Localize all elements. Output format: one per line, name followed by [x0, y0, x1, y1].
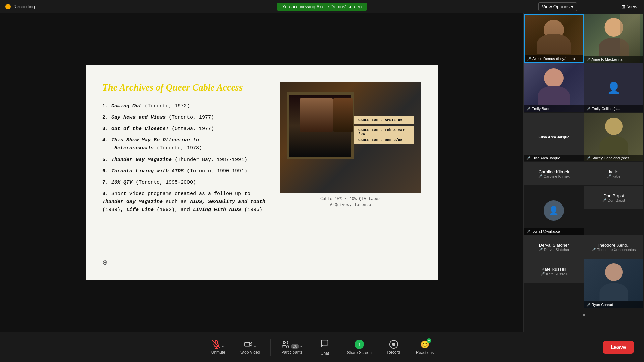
reactions-icon-group: 😊 +	[420, 340, 429, 349]
participant-name-axelle: 🎤 Axelle Demus (they/them)	[525, 55, 583, 62]
participant-tile-elisa[interactable]: Elisa Arca Jarque 🎤 Elisa Arca Jarque	[524, 113, 584, 161]
mute-icon: 🎤	[602, 198, 606, 202]
reactions-label: Reactions	[416, 350, 434, 355]
slide: The Archives of Queer Cable Access 1. Co…	[86, 65, 438, 280]
mute-icon: 🎤	[527, 57, 531, 61]
participant-tile-stacey[interactable]: 🎤 Stacey Copeland (she/...	[584, 113, 644, 161]
mute-icon: 🎤	[526, 156, 530, 160]
katie-subname: 🎤 katie	[607, 174, 620, 178]
mute-icon: 🎤	[586, 107, 590, 111]
slide-image: CABLE 10% - APRIL 96 CABLE 10% - Feb & M…	[280, 82, 421, 193]
view-button[interactable]: ⊞ View	[621, 4, 637, 9]
mute-icon: 🎤	[539, 248, 543, 251]
participants-button[interactable]: 28 ▲ Participants	[276, 337, 308, 357]
share-screen-button[interactable]: ↑ Share Screen	[341, 337, 377, 358]
participant-tile-theodore[interactable]: Theodore Xeno... 🎤 Theodore Xenophontos	[584, 235, 644, 259]
derval-subname: 🎤 Derval Slatcher	[539, 248, 569, 252]
participant-tile-emily-collins[interactable]: 👤 🎤 Emily Collins (s...	[584, 63, 644, 112]
svg-point-5	[283, 341, 286, 344]
participants-panel: 🎤 Axelle Demus (they/them) 🎤 Anne F. Mac…	[523, 13, 644, 332]
participant-tile-emily-barton[interactable]: 🎤 Emily Barton	[524, 63, 584, 112]
participant-tile-derval[interactable]: Derval Slatcher 🎤 Derval Slatcher	[524, 235, 584, 259]
list-item: 3. Out of the Closets! (Ottawa, 1977)	[102, 125, 270, 133]
list-item: 8. Short video programs created as a fol…	[102, 190, 270, 214]
participants-label: Participants	[281, 350, 303, 355]
leave-button[interactable]: Leave	[603, 341, 634, 354]
participant-tile-caroline[interactable]: Caroline Klimek 🎤 Caroline Klimek	[524, 162, 584, 185]
participant-tile-anne[interactable]: 🎤 Anne F. MacLennan	[584, 14, 644, 63]
participant-tile-axelle[interactable]: 🎤 Axelle Demus (they/them)	[524, 14, 584, 63]
mute-icon: 🎤	[586, 58, 590, 61]
participants-count: 28	[291, 344, 299, 349]
don-name: Don Bapst	[603, 193, 624, 198]
top-bar: Recording You are viewing Axelle Demus' …	[0, 0, 644, 13]
participant-name-foglia: 🎤 foglia1@yorku.ca	[524, 228, 584, 235]
participant-name-emily-barton: 🎤 Emily Barton	[524, 105, 584, 112]
slide-left: The Archives of Queer Cable Access 1. Co…	[102, 82, 270, 266]
emily-barton-video-bg	[524, 63, 584, 112]
anne-name: Anne F. MacLennan	[592, 57, 625, 61]
slide-caption-line1: Cable 10% / 10% QTV tapes	[320, 196, 381, 202]
list-item: 4. This Show May Be Offensive to Heteros…	[102, 136, 270, 153]
foglia-avatar-icon: 👤	[549, 206, 559, 215]
foglia-name: foglia1@yorku.ca	[532, 229, 560, 233]
participant-grid: 🎤 Axelle Demus (they/them) 🎤 Anne F. Mac…	[524, 13, 644, 309]
slide-caption: Cable 10% / 10% QTV tapes ArQuives, Toro…	[320, 196, 381, 208]
stacey-name: Stacey Copeland (she/...	[592, 156, 632, 160]
participant-tile-don[interactable]: Don Bapst 🎤 Don Bapst	[584, 186, 644, 209]
svg-rect-3	[245, 342, 250, 346]
slide-right: CABLE 10% - APRIL 96 CABLE 10% - Feb & M…	[280, 82, 421, 266]
scroll-down-indicator[interactable]: ▾	[524, 309, 644, 322]
chat-button[interactable]: Chat	[311, 336, 338, 358]
participant-tile-ryan[interactable]: 🎤 Ryan Conrad	[584, 259, 644, 308]
kate-name: Kate Russell	[542, 267, 566, 272]
list-item: 7. 10% QTV (Toronto, 1995-2000)	[102, 179, 270, 187]
stacey-video-bg	[584, 113, 644, 161]
participant-tile-kate[interactable]: Kate Russell 🎤 Kate Russell	[524, 259, 584, 283]
record-label: Record	[387, 350, 400, 355]
screen-viewing-badge: You are viewing Axelle Demus' screen	[277, 3, 367, 11]
unmute-icon-group: ▲	[212, 340, 225, 349]
axelle-video-bg	[525, 15, 583, 62]
caroline-name: Caroline Klimek	[539, 169, 569, 174]
foglia-video-bg: 👤	[524, 186, 584, 235]
chat-bubble-icon	[320, 339, 329, 348]
participant-name-anne: 🎤 Anne F. MacLennan	[584, 56, 644, 63]
reactions-button[interactable]: 😊 + Reactions	[411, 337, 439, 358]
participant-name-stacey: 🎤 Stacey Copeland (she/...	[584, 155, 644, 161]
foglia-avatar: 👤	[544, 200, 564, 221]
vhs-tape-3: CABLE 10% - Dec 2/95	[354, 136, 414, 144]
recording-dot	[5, 4, 11, 9]
list-item: 1. Coming Out (Toronto, 1972)	[102, 102, 270, 110]
record-button[interactable]: Record	[380, 337, 407, 357]
tv-screen	[287, 92, 354, 159]
list-item: 5. Thunder Gay Magazine (Thunder Bay, 19…	[102, 156, 270, 164]
participant-tile-foglia[interactable]: 👤 🎤 foglia1@yorku.ca	[524, 186, 584, 235]
derval-name: Derval Slatcher	[539, 243, 569, 248]
record-dot	[392, 343, 395, 346]
chat-label: Chat	[321, 351, 329, 356]
elisa-name-display: Elisa Arca Jarque	[538, 135, 569, 139]
emily-barton-name: Emily Barton	[532, 107, 552, 111]
view-options-label: View Options	[542, 4, 570, 9]
bottom-toolbar: ▲ Unmute ▲ Stop Video 28 ▲ Participants	[0, 332, 644, 362]
participant-tile-katie[interactable]: katie 🎤 katie	[584, 162, 644, 185]
record-icon	[389, 340, 398, 349]
unmute-button[interactable]: ▲ Unmute	[205, 337, 232, 357]
slide-container: The Archives of Queer Cable Access 1. Co…	[0, 13, 523, 332]
axelle-name: Axelle Demus (they/them)	[532, 57, 575, 61]
mic-off-icon	[212, 340, 221, 349]
ryan-name: Ryan Conrad	[592, 303, 613, 307]
slide-caption-line2: ArQuives, Toronto	[320, 202, 381, 208]
vhs-tape-1: CABLE 10% - APRIL 96	[354, 116, 414, 124]
view-options-button[interactable]: View Options ▾	[538, 2, 577, 11]
kate-subname: 🎤 Kate Russell	[541, 272, 567, 276]
chat-icon	[320, 339, 329, 350]
stop-video-button[interactable]: ▲ Stop Video	[235, 337, 266, 357]
unmute-label: Unmute	[211, 350, 225, 355]
participants-icon-group: 28 ▲	[281, 340, 303, 349]
arrow-up-icon: ▲	[221, 344, 225, 348]
mute-icon: 🎤	[586, 156, 590, 160]
elisa-name: Elisa Arca Jarque	[532, 156, 560, 160]
recording-label: Recording	[13, 4, 35, 9]
